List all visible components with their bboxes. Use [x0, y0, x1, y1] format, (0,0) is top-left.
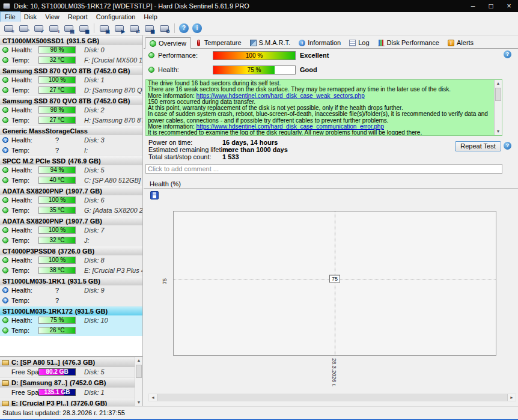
menu-item-help[interactable]: Help [139, 12, 162, 22]
disk-entry[interactable]: CT1000MX500SSD1 (931.5 GB) Health: 98 % … [0, 35, 142, 65]
performance-row: Performance: 100 % Excellent [144, 52, 518, 61]
tab-alerts[interactable]: Alerts [443, 37, 478, 48]
disk-smart-icon[interactable]: ✓ [33, 23, 44, 34]
disk-log-icon[interactable]: ▤ [63, 23, 75, 34]
maximize-button[interactable]: □ [482, 0, 500, 12]
disk-entry[interactable]: SPCC M.2 PCIe SSD (476.9 GB) Health: 94 … [0, 156, 142, 186]
disk-name: ADATA SX8200PNP [2, 187, 63, 195]
scroll-thumb[interactable] [157, 394, 508, 401]
partition-scrollbar[interactable]: ▲ ▼ [135, 357, 142, 406]
save-chart-icon[interactable] [150, 191, 159, 199]
disk-entry[interactable]: Samsung SSD 870 QVO 8TB (7452.0 GB) Heal… [0, 65, 142, 96]
toolbar: ≡°✓i▤▦▣▶⇄▩⚙?i [0, 22, 518, 35]
description-scrollbar[interactable]: ▲ ▼ [494, 80, 502, 135]
menu-item-configuration[interactable]: Configuration [92, 12, 139, 22]
scroll-right-icon[interactable]: ► [508, 394, 516, 401]
comment-input[interactable] [145, 164, 502, 174]
menu-item-file[interactable]: File [1, 12, 20, 22]
tab-overview[interactable]: Overview [145, 37, 191, 49]
scroll-up-icon[interactable]: ▲ [135, 357, 142, 364]
disk-entry-header[interactable]: Generic MassStorageClass [0, 126, 142, 135]
partition-header[interactable]: C: [SP A80 51..] (476.3 GB) [0, 357, 135, 367]
disk-entry[interactable]: ADATA SX8200PNP (1907.7 GB) Health: 100 … [0, 216, 142, 246]
minimize-button[interactable]: – [464, 0, 482, 12]
free-space-bar: 80.2 GB [38, 368, 76, 376]
health-bar: 98 % [38, 106, 76, 114]
scroll-down-icon[interactable]: ▼ [495, 128, 502, 135]
tab-temperature[interactable]: Temperature [191, 37, 246, 48]
menu-item-view[interactable]: View [41, 12, 64, 22]
scroll-up-icon[interactable]: ▲ [495, 80, 502, 87]
disk-entry[interactable]: ST1000LM035-1RK172 (931.5 GB) Health: 75… [0, 306, 142, 336]
tab-label: S.M.A.R.T. [259, 39, 291, 46]
disk-number: Disk: 0 [84, 46, 105, 53]
disk-entry-header[interactable]: CT1000MX500SSD1 (931.5 GB) [0, 35, 142, 45]
disk-overview-icon[interactable]: ≡ [3, 23, 14, 34]
disk-entry[interactable]: ADATA SX8200PNP (1907.7 GB) Health: 100 … [0, 186, 142, 216]
disk-entry-header[interactable]: SPCC M.2 PCIe SSD (476.9 GB) [0, 156, 142, 165]
health-label: Health: [11, 136, 32, 144]
disk-entry-header[interactable]: ADATA SX8200PNP (1907.7 GB) [0, 186, 142, 195]
info-icon[interactable]: i [192, 23, 202, 33]
disk-entry-header[interactable]: ADATA SX8200PNP (1907.7 GB) [0, 216, 142, 225]
disk-entry-header[interactable]: Samsung SSD 870 QVO 8TB (7452.0 GB) [0, 96, 142, 105]
disk-entry-header[interactable]: CT4000P3PSSD8 (3726.0 GB) [0, 246, 142, 255]
health-label: Health: [158, 66, 179, 73]
badge-glyph: ° [28, 29, 29, 34]
partition-list: C: [SP A80 51..] (476.3 GB) Free Space 8… [0, 357, 135, 406]
scroll-thumb[interactable] [136, 365, 142, 378]
disk-entry[interactable]: Samsung SSD 870 QVO 8TB (7452.0 GB) Heal… [0, 96, 142, 126]
drive-icon [2, 401, 9, 406]
health-value: 75 % [213, 67, 295, 73]
chart-horizontal-scrollbar[interactable]: ◄ ► [148, 394, 516, 401]
health-label: Health: [11, 257, 32, 264]
partition-name: D: [Samsung 87..] [11, 379, 67, 386]
disk-health-row: Health: 98 % Disk: 2 [0, 105, 142, 115]
tab-log[interactable]: Log [345, 37, 373, 48]
tab-s-m-a-r-t[interactable]: S.M.A.R.T. [246, 37, 295, 48]
temp-led-icon [2, 267, 8, 273]
menu-item-disk[interactable]: Disk [20, 12, 41, 22]
disk-entry-header[interactable]: ST1000LM035-1RK1 (931.5 GB) [0, 276, 142, 285]
disk-entry[interactable]: CT4000P3PSSD8 (3726.0 GB) Health: 100 % … [0, 246, 142, 276]
close-button[interactable]: × [500, 0, 518, 12]
tab-disk-performance[interactable]: Disk Performance [374, 37, 443, 48]
disk-test-icon[interactable]: ▶ [114, 23, 125, 34]
temp-bar: 38 °C [38, 267, 76, 274]
disk-entry-header[interactable]: ST1000LM035-1RK172 (931.5 GB) [0, 306, 142, 315]
scroll-thumb[interactable] [495, 88, 501, 101]
disk-information-icon[interactable]: i [48, 23, 59, 34]
network-transfer-icon[interactable]: ⇄ [129, 23, 140, 34]
disk-entry-header[interactable]: Samsung SSD 870 QVO 8TB (7452.0 GB) [0, 65, 142, 75]
menu-item-report[interactable]: Report [64, 12, 92, 22]
lifetime-help-icon[interactable]: ? [504, 142, 511, 150]
performance-help-icon[interactable]: ? [504, 50, 511, 58]
drive-letter: E: [Crucial P3 Plus 4TB] [84, 267, 142, 274]
temp-bar: 27 °C [38, 117, 76, 124]
temp-label: Temp: [11, 87, 29, 94]
disk-entry[interactable]: ST1000LM035-1RK1 (931.5 GB) ? Health: ? … [0, 276, 142, 306]
panels-icon[interactable]: ▣ [99, 23, 110, 34]
stat-value: 16 days, 14 hours [222, 139, 278, 146]
disk-name: Samsung SSD 870 QVO 8TB [2, 67, 91, 75]
disk-temperature-icon[interactable]: ° [18, 23, 29, 34]
scroll-down-icon[interactable]: ▼ [135, 399, 142, 406]
disk-performance-icon[interactable]: ▦ [78, 23, 90, 34]
health-led-icon [2, 77, 8, 83]
partition-header[interactable]: D: [Samsung 87..] (7452.0 GB) [0, 377, 135, 388]
disk-settings-icon[interactable]: ⚙ [159, 23, 170, 34]
disk-entry[interactable]: Generic MassStorageClass ? Health: ? Dis… [0, 126, 142, 156]
badge-glyph: ▶ [121, 29, 125, 34]
status-description: The drive found 16 bad sectors during it… [146, 80, 494, 135]
badge-glyph: ▤ [70, 29, 75, 34]
tab-information[interactable]: Information [294, 37, 345, 48]
partition-header[interactable]: E: [Crucial P3 Pl..] (3726.0 GB) [0, 398, 135, 406]
temp-led-icon: ? [2, 147, 8, 153]
health-label: Health: [11, 46, 32, 53]
help-icon[interactable]: ? [179, 23, 189, 33]
surface-map-icon[interactable]: ▩ [144, 23, 155, 34]
scroll-left-icon[interactable]: ◄ [149, 394, 157, 401]
chart-title: Health (%) [147, 180, 183, 189]
repeat-test-button[interactable]: Repeat Test [455, 141, 501, 151]
health-bar: ? [38, 136, 76, 144]
